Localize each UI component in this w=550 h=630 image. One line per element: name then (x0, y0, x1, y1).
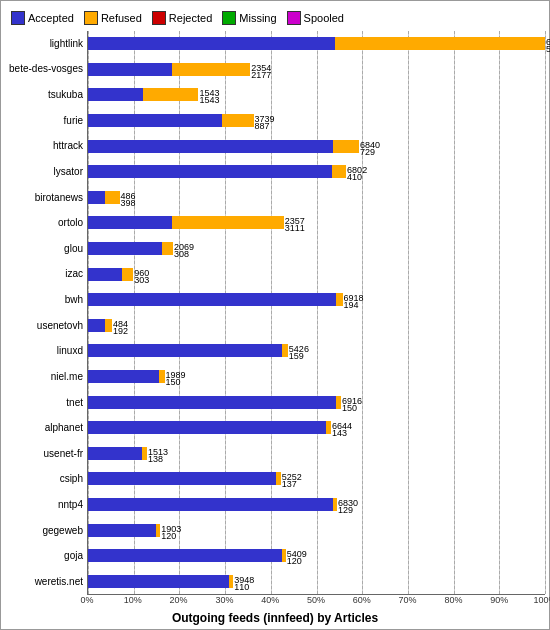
bar-track-bwh: 6918194 (88, 293, 545, 306)
bars-grid: 6906585923542177154315433739887684072968… (87, 31, 545, 595)
seg-refused-nntp4 (333, 498, 338, 511)
seg-refused-tsukuba (143, 88, 198, 101)
bar-label-refused-alphanet: 143 (332, 427, 347, 440)
x-tick-5: 50% (307, 595, 325, 605)
bar-row-birotanews: 486398 (88, 185, 545, 211)
bar-track-weretis-net: 3948110 (88, 575, 545, 588)
x-tick-9: 90% (490, 595, 508, 605)
bar-label-refused-bete-des-vosges: 2177 (251, 69, 271, 82)
bar-track-niel-me: 1989150 (88, 370, 545, 383)
bar-row-alphanet: 6644143 (88, 415, 545, 441)
seg-accepted-ortolo (88, 216, 172, 229)
y-label-bwh: bwh (5, 291, 87, 309)
bar-track-csiph: 5252137 (88, 472, 545, 485)
seg-refused-lightlink (335, 37, 545, 50)
seg-accepted-gegeweb (88, 524, 156, 537)
grid-line-10 (545, 31, 546, 594)
y-label-nntp4: nntp4 (5, 496, 87, 514)
x-tick-0: 0% (80, 595, 93, 605)
bar-track-gegeweb: 1903120 (88, 524, 545, 537)
seg-refused-ortolo (172, 216, 283, 229)
seg-accepted-csiph (88, 472, 276, 485)
seg-accepted-bete-des-vosges (88, 63, 172, 76)
bar-label-refused-usenet-fr: 138 (148, 453, 163, 466)
seg-accepted-linuxd (88, 344, 282, 357)
y-label-usenet-fr: usenet-fr (5, 445, 87, 463)
legend-box-spooled (287, 11, 301, 25)
x-tick-8: 80% (444, 595, 462, 605)
x-axis-title: Outgoing feeds (innfeed) by Articles (5, 611, 545, 625)
bar-track-izac: 960303 (88, 268, 545, 281)
bar-label-refused-linuxd: 159 (289, 350, 304, 363)
bar-row-furie: 3739887 (88, 108, 545, 134)
y-label-goja: goja (5, 547, 87, 565)
chart-container: AcceptedRefusedRejectedMissingSpooled li… (0, 0, 550, 630)
y-label-birotanews: birotanews (5, 189, 87, 207)
y-label-tsukuba: tsukuba (5, 86, 87, 104)
bar-rows: 6906585923542177154315433739887684072968… (88, 31, 545, 594)
bar-track-furie: 3739887 (88, 114, 545, 127)
legend-label-spooled: Spooled (304, 12, 344, 24)
legend-box-accepted (11, 11, 25, 25)
y-label-glou: glou (5, 240, 87, 258)
bar-label-refused-usenetovh: 192 (113, 325, 128, 338)
bar-row-csiph: 5252137 (88, 466, 545, 492)
seg-refused-tnet (336, 396, 341, 409)
bar-row-tnet: 6916150 (88, 389, 545, 415)
x-tick-2: 20% (170, 595, 188, 605)
seg-accepted-usenet-fr (88, 447, 142, 460)
seg-refused-linuxd (282, 344, 288, 357)
bar-row-bwh: 6918194 (88, 287, 545, 313)
legend-box-missing (222, 11, 236, 25)
y-label-lightlink: lightlink (5, 35, 87, 53)
bar-label-refused-glou: 308 (174, 248, 189, 261)
bar-row-ortolo: 23573111 (88, 210, 545, 236)
y-label-lysator: lysator (5, 163, 87, 181)
seg-refused-weretis-net (229, 575, 233, 588)
seg-accepted-niel-me (88, 370, 159, 383)
seg-accepted-lightlink (88, 37, 335, 50)
bar-track-ortolo: 23573111 (88, 216, 545, 229)
y-label-niel-me: niel.me (5, 368, 87, 386)
bar-row-izac: 960303 (88, 261, 545, 287)
bar-row-weretis-net: 3948110 (88, 568, 545, 594)
seg-accepted-glou (88, 242, 162, 255)
bar-track-usenetovh: 484192 (88, 319, 545, 332)
legend: AcceptedRefusedRejectedMissingSpooled (5, 7, 545, 31)
bar-track-alphanet: 6644143 (88, 421, 545, 434)
x-tick-7: 70% (399, 595, 417, 605)
seg-refused-usenetovh (105, 319, 112, 332)
bar-row-niel-me: 1989150 (88, 364, 545, 390)
seg-refused-usenet-fr (142, 447, 147, 460)
seg-accepted-weretis-net (88, 575, 229, 588)
bar-row-bete-des-vosges: 23542177 (88, 57, 545, 83)
legend-label-accepted: Accepted (28, 12, 74, 24)
bar-row-tsukuba: 15431543 (88, 82, 545, 108)
x-axis-ticks: 0%10%20%30%40%50%60%70%80%90%100% (87, 595, 545, 609)
bar-row-nntp4: 6830129 (88, 492, 545, 518)
bar-label-refused-weretis-net: 110 (234, 581, 249, 594)
seg-refused-alphanet (326, 421, 331, 434)
legend-item-accepted: Accepted (11, 11, 74, 25)
bar-track-nntp4: 6830129 (88, 498, 545, 511)
bar-row-lysator: 6802410 (88, 159, 545, 185)
bar-track-linuxd: 5426159 (88, 344, 545, 357)
seg-refused-izac (122, 268, 133, 281)
bar-label-refused-lysator: 410 (347, 171, 362, 184)
legend-item-rejected: Rejected (152, 11, 212, 25)
seg-refused-httrack (333, 140, 359, 153)
y-label-izac: izac (5, 265, 87, 283)
bar-label-refused-nntp4: 129 (338, 504, 353, 517)
legend-label-rejected: Rejected (169, 12, 212, 24)
y-label-ortolo: ortolo (5, 214, 87, 232)
bar-label-refused-goja: 120 (287, 555, 302, 568)
bars-section: lightlinkbete-des-vosgestsukubafuriehttr… (5, 31, 545, 595)
seg-accepted-izac (88, 268, 122, 281)
seg-refused-birotanews (105, 191, 119, 204)
bar-row-glou: 2069308 (88, 236, 545, 262)
bar-row-lightlink: 69065859 (88, 31, 545, 57)
y-label-httrack: httrack (5, 137, 87, 155)
legend-item-refused: Refused (84, 11, 142, 25)
legend-item-missing: Missing (222, 11, 276, 25)
seg-refused-lysator (332, 165, 347, 178)
